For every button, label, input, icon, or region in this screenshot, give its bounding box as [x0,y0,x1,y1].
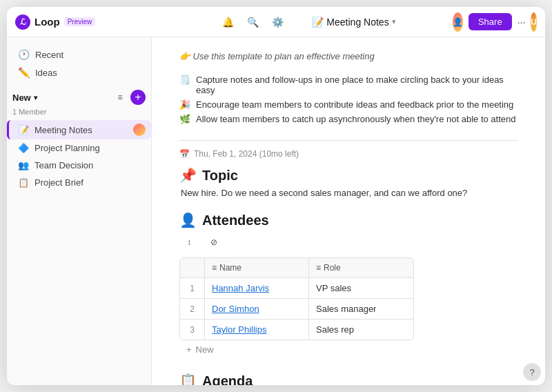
title-bar-center: 🔔 🔍 ⚙️ 📝 Meeting Notes ▾ [160,12,454,32]
team-decision-icon: 👥 [18,160,29,170]
calendar-icon: 📅 [179,149,190,159]
role-header-icon: ≡ [316,263,321,273]
meeting-notes-avatar [133,124,146,136]
doc-title[interactable]: 📝 Meeting Notes ▾ [312,17,395,28]
chevron-icon: ▾ [34,94,37,101]
share-button[interactable]: Share [469,13,512,30]
project-brief-label: Project Brief [34,177,83,188]
date-text: Thu, Feb 1, 2024 (10mo left) [194,149,299,159]
sidebar-item-project-brief[interactable]: 📋 Project Brief [7,174,151,191]
sidebar-item-project-planning[interactable]: 🔷 Project Planning [7,139,151,157]
section-divider [179,140,518,141]
add-workspace-icon[interactable]: + [130,90,146,105]
sidebar-item-meeting-notes[interactable]: 📝 Meeting Notes [7,120,151,139]
row-num-header [180,258,205,277]
more-options-icon[interactable]: ··· [518,12,526,32]
sort-icon[interactable]: ↕ [179,233,199,252]
list-icon[interactable]: ≡ [112,90,128,105]
meeting-notes-icon: 📝 [18,125,29,135]
row-3-role: Sales rep [309,320,413,340]
search-icon[interactable]: 🔍 [243,12,262,32]
workspace-title: New ▾ [12,92,37,103]
row-1-role: VP sales [309,278,413,298]
project-brief-icon: 📋 [18,177,29,188]
name-link-2[interactable]: Dor Simhon [212,304,259,314]
table-row[interactable]: 1 Hannah Jarvis VP sales [180,278,413,299]
topic-icon: 📌 [179,167,197,184]
row-1-name[interactable]: Hannah Jarvis [205,278,309,298]
topic-heading: 📌 Topic [179,167,518,184]
project-planning-label: Project Planning [34,143,100,153]
topic-label: Topic [202,168,238,184]
ideas-icon: ✏️ [18,67,30,78]
sidebar-item-recent[interactable]: 🕐 Recent [12,46,146,63]
add-label: New [196,344,214,355]
row-1-num: 1 [180,278,205,298]
recent-icon: 🕐 [18,49,30,60]
attendees-section: 👤 Attendees ↕ ⊘ ≡ Name ≡ [179,212,518,359]
preview-badge: Preview [64,17,96,26]
help-button[interactable]: ? [523,363,541,381]
bullet-item-3: 🌿 Allow team members to catch up asynchr… [179,112,518,126]
row-2-num: 2 [180,299,205,319]
attendees-table: ≡ Name ≡ Role 1 Hannah Jarvis VP sales [179,257,414,340]
workspace-actions: ≡ + [112,90,146,105]
name-header-icon: ≡ [212,263,217,273]
table-header: ≡ Name ≡ Role [180,258,413,278]
nav-item-right [133,124,146,136]
sidebar-item-team-decision[interactable]: 👥 Team Decision [7,157,151,174]
role-header: ≡ Role [309,258,413,277]
notifications-icon[interactable]: 🔔 [218,12,237,32]
workspace-header: New ▾ ≡ + [7,84,151,108]
bullet-text-3: Allow team members to catch up asynchron… [196,114,516,124]
attendees-heading: 👤 Attendees [179,212,518,228]
name-link-1[interactable]: Hannah Jarvis [212,283,269,293]
title-bar-left: ℒ Loop Preview [15,14,160,30]
name-link-3[interactable]: Taylor Phillips [212,324,266,335]
loop-logo[interactable]: ℒ Loop Preview [15,14,95,30]
agenda-icon: 📋 [179,373,197,385]
attendees-label: Attendees [202,213,269,228]
recent-label: Recent [35,50,63,60]
settings-icon[interactable]: ⚙️ [268,12,287,32]
filter-icon[interactable]: ⊘ [204,233,224,252]
ideas-label: Ideas [35,68,57,78]
row-2-role: Sales manager [309,299,413,319]
bullet-text-2: Encourage team members to contribute ide… [196,99,513,110]
row-3-name[interactable]: Taylor Phillips [205,320,309,340]
workspace-name: New [12,92,31,103]
sidebar-top-section: 🕐 Recent ✏️ Ideas [7,43,151,84]
table-row[interactable]: 2 Dor Simhon Sales manager [180,299,413,320]
row-2-name[interactable]: Dor Simhon [205,299,309,319]
team-decision-label: Team Decision [34,160,93,170]
content-area[interactable]: 👉 Use this template to plan an effective… [152,37,545,385]
meeting-notes-label: Meeting Notes [34,125,92,135]
doc-title-text: Meeting Notes [326,17,388,28]
project-planning-icon: 🔷 [18,143,29,153]
bullet-icon-1: 🗒️ [179,75,190,85]
name-header-label: Name [219,263,241,273]
role-header-label: Role [324,263,341,273]
sidebar: 🕐 Recent ✏️ Ideas New ▾ ≡ + 1 Member [7,37,152,385]
name-header: ≡ Name [205,258,309,277]
attendees-controls: ↕ ⊘ [179,233,518,252]
title-bar-right: 👤 Share ··· U [454,12,537,32]
title-bar: ℒ Loop Preview 🔔 🔍 ⚙️ 📝 Meeting Notes ▾ … [7,7,545,37]
attendees-icon: 👤 [179,212,197,228]
table-row[interactable]: 3 Taylor Phillips Sales rep [180,320,413,340]
row-3-num: 3 [180,320,205,340]
bullet-item-2: 🎉 Encourage team members to contribute i… [179,97,518,112]
bullet-list: 🗒️ Capture notes and follow-ups in one p… [179,72,518,126]
chevron-down-icon: ▾ [392,17,396,26]
doc-icon: 📝 [312,17,324,28]
sidebar-item-ideas[interactable]: ✏️ Ideas [12,63,146,81]
loop-icon: ℒ [15,14,30,30]
app-window: ℒ Loop Preview 🔔 🔍 ⚙️ 📝 Meeting Notes ▾ … [7,7,545,385]
agenda-heading: 📋 Agenda [179,373,518,385]
user-avatar: 👤 [453,12,463,32]
main-layout: 🕐 Recent ✏️ Ideas New ▾ ≡ + 1 Member [7,37,545,385]
topic-description: New hire. Do we need a second sales mana… [179,188,518,198]
date-line: 📅 Thu, Feb 1, 2024 (10mo left) [179,149,518,159]
agenda-section: 📋 Agenda Understanding our current setba… [179,373,518,385]
add-row-button[interactable]: + New [179,340,518,359]
